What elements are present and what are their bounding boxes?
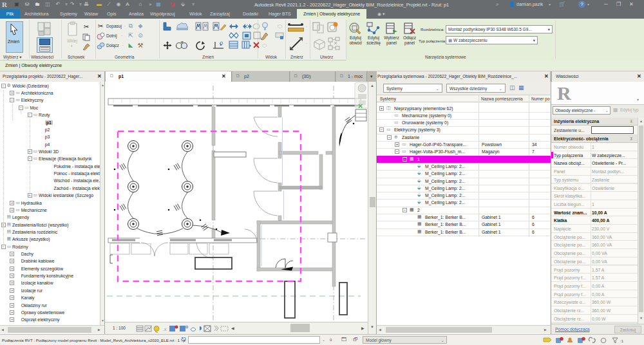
svg-text::1: :1 <box>620 339 624 343</box>
svg-text:.x: .x <box>163 327 167 331</box>
